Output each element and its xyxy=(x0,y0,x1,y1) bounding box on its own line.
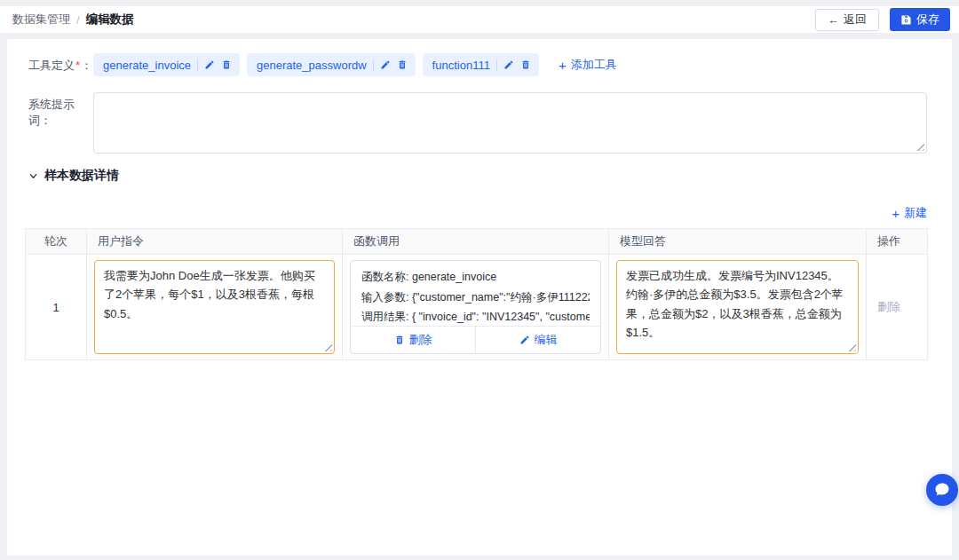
edit-function-call-label: 编辑 xyxy=(535,332,558,348)
label-colon: ： xyxy=(40,114,52,127)
sample-data-section-toggle[interactable]: 样本数据详情 xyxy=(28,168,927,184)
trash-icon xyxy=(394,335,405,345)
delete-tool-icon[interactable] xyxy=(397,59,408,70)
tool-definition-label: 工具定义*： xyxy=(28,53,93,74)
save-icon xyxy=(900,14,912,26)
header-actions: ← 返回 保存 xyxy=(815,8,950,31)
tag-divider xyxy=(373,59,374,71)
function-call-cell: 函数名称: generate_invoice 输入参数: {"customer_… xyxy=(343,255,609,360)
breadcrumb-dataset-management[interactable]: 数据集管理 xyxy=(12,12,70,28)
top-bar: 数据集管理 / 编辑数据 ← 返回 保存 xyxy=(0,6,959,33)
row-actions-cell: 删除 xyxy=(867,255,928,360)
delete-function-call-button[interactable]: 删除 xyxy=(351,327,475,353)
function-call-actions: 删除 编辑 xyxy=(351,326,600,353)
column-header-round: 轮次 xyxy=(26,229,87,255)
content-card: 工具定义*： generate_invoice generate_passwor… xyxy=(7,39,952,556)
tool-definition-row: 工具定义*： generate_invoice generate_passwor… xyxy=(28,53,927,76)
system-prompt-input[interactable] xyxy=(93,92,927,154)
system-prompt-row: 系统提示词： xyxy=(28,92,927,154)
chat-bubble-icon xyxy=(933,481,951,499)
arrow-left-icon: ← xyxy=(828,13,839,27)
breadcrumb-separator: / xyxy=(76,13,80,27)
tool-tag-label: generate_passwordw xyxy=(257,59,367,72)
new-row-button-label: 新建 xyxy=(904,205,927,221)
plus-icon: + xyxy=(892,207,900,220)
column-header-function-call: 函数调用 xyxy=(343,229,609,255)
delete-tool-icon[interactable] xyxy=(221,59,232,70)
edit-function-call-button[interactable]: 编辑 xyxy=(475,327,600,353)
add-tool-label: 添加工具 xyxy=(571,57,617,73)
table-row: 1 我需要为John Doe生成一张发票。他购买了2个苹果，每个$1，以及3根香… xyxy=(26,255,928,360)
assistant-float-button[interactable] xyxy=(926,474,958,506)
label-colon: ： xyxy=(81,59,92,72)
tag-divider xyxy=(496,59,497,71)
user-instruction-field-wrap: 我需要为John Doe生成一张发票。他购买了2个苹果，每个$1，以及3根香蕉，… xyxy=(94,260,335,354)
function-call-details: 函数名称: generate_invoice 输入参数: {"customer_… xyxy=(351,261,600,326)
edit-tool-icon[interactable] xyxy=(503,59,514,70)
save-button[interactable]: 保存 xyxy=(890,8,950,31)
column-header-user-instruction: 用户指令 xyxy=(87,229,343,255)
tool-tag-label: generate_invoice xyxy=(103,59,191,72)
table-header-row: 轮次 用户指令 函数调用 模型回答 操作 xyxy=(26,229,928,255)
tool-tag-generate-invoice: generate_invoice xyxy=(93,53,240,76)
tool-definition-label-text: 工具定义 xyxy=(28,59,75,72)
tag-divider xyxy=(197,59,198,71)
tool-tags-list: generate_invoice generate_passwordw xyxy=(93,53,617,76)
system-prompt-field-wrap xyxy=(93,92,927,154)
round-cell: 1 xyxy=(26,255,87,360)
required-mark: * xyxy=(75,59,80,72)
plus-icon: + xyxy=(559,59,567,72)
sample-data-section-title: 样本数据详情 xyxy=(44,168,119,184)
delete-tool-icon[interactable] xyxy=(520,59,531,70)
function-result-line: 调用结果: { "invoice_id": "INV12345", "custo… xyxy=(361,307,590,326)
column-header-actions: 操作 xyxy=(867,229,928,255)
function-call-card: 函数名称: generate_invoice 输入参数: {"customer_… xyxy=(350,260,601,354)
model-answer-cell: 发票已成功生成。发票编号为INV12345。约翰·多伊的总金额为$3.5。发票包… xyxy=(609,255,867,360)
save-button-label: 保存 xyxy=(916,12,939,28)
edit-tool-icon[interactable] xyxy=(204,59,215,70)
tool-tag-generate-passwordw: generate_passwordw xyxy=(247,53,416,76)
user-instruction-cell: 我需要为John Doe生成一张发票。他购买了2个苹果，每个$1，以及3根香蕉，… xyxy=(87,255,343,360)
system-prompt-label-text: 系统提示词 xyxy=(28,98,75,127)
tool-tag-label: function111 xyxy=(432,59,490,72)
breadcrumb: 数据集管理 / 编辑数据 xyxy=(12,12,815,28)
system-prompt-label: 系统提示词： xyxy=(28,92,93,129)
sample-data-table: 轮次 用户指令 函数调用 模型回答 操作 1 我需要为John Doe生成一张发… xyxy=(25,228,928,360)
delete-function-call-label: 删除 xyxy=(409,332,432,348)
column-header-model-answer: 模型回答 xyxy=(609,229,867,255)
edit-tool-icon[interactable] xyxy=(380,59,391,70)
function-params-line: 输入参数: {"customer_name":"约翰·多伊111222","i.… xyxy=(361,288,590,308)
delete-row-button[interactable]: 删除 xyxy=(877,299,900,315)
table-toolbar: + 新建 xyxy=(28,205,927,221)
back-button[interactable]: ← 返回 xyxy=(815,9,879,31)
edit-data-page: { "colors": { "primary": "#2463eb", "tag… xyxy=(0,0,959,560)
back-button-label: 返回 xyxy=(844,12,867,28)
user-instruction-input[interactable]: 我需要为John Doe生成一张发票。他购买了2个苹果，每个$1，以及3根香蕉，… xyxy=(94,260,335,354)
page-title: 编辑数据 xyxy=(86,12,134,28)
model-answer-field-wrap: 发票已成功生成。发票编号为INV12345。约翰·多伊的总金额为$3.5。发票包… xyxy=(616,260,859,354)
tool-tag-function111: function111 xyxy=(423,53,539,76)
pencil-icon xyxy=(519,335,530,345)
new-row-button[interactable]: + 新建 xyxy=(892,205,927,221)
model-answer-input[interactable]: 发票已成功生成。发票编号为INV12345。约翰·多伊的总金额为$3.5。发票包… xyxy=(616,260,859,354)
function-name-line: 函数名称: generate_invoice xyxy=(361,267,590,288)
chevron-down-icon xyxy=(28,171,38,181)
add-tool-button[interactable]: + 添加工具 xyxy=(559,57,617,73)
